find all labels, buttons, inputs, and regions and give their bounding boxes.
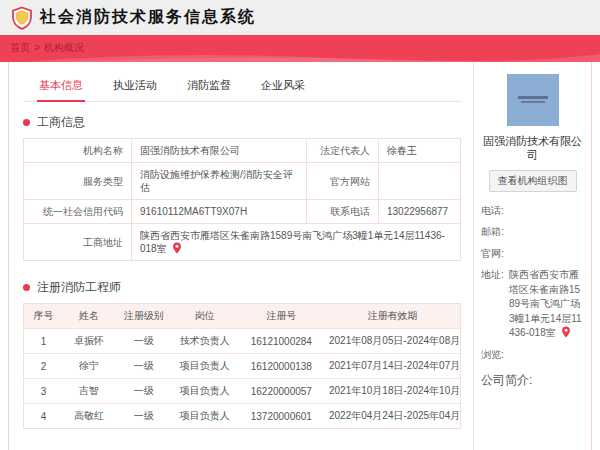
table-row: 1卓振怀一级技术负责人161210002842021年08月05日-2024年0… (24, 329, 461, 354)
field-label: 机构名称 (24, 139, 132, 163)
table-cell: 一级 (115, 329, 172, 354)
sidebar-info-list: 电话:邮箱:官网:地址:陕西省西安市雁塔区朱雀南路1589号南飞鸿广场3幢1单元… (481, 204, 584, 363)
table-cell: 徐宁 (63, 354, 115, 379)
sidebar-info-label: 官网: (481, 247, 509, 262)
field-value: 91610112MA6TT9X07H (132, 200, 307, 224)
table-cell: 1 (24, 329, 63, 354)
field-value: 13022956877 (379, 200, 461, 224)
table-cell: 技术负责人 (172, 329, 238, 354)
field-value (379, 163, 461, 200)
field-value: 徐春王 (379, 139, 461, 163)
table-row: 3吉智一级项目负责人162200000572021年10月18日-2024年10… (24, 379, 461, 404)
column-header: 注册号 (238, 304, 325, 329)
info-row: 统一社会信用代码91610112MA6TT9X07H联系电话1302295687… (24, 200, 461, 224)
column-header: 注册级别 (115, 304, 172, 329)
section-bullet-icon (23, 119, 30, 126)
field-label: 法定代表人 (307, 139, 379, 163)
section-bullet-icon (23, 284, 30, 291)
table-cell: 16121000284 (238, 329, 325, 354)
table-cell: 项目负责人 (172, 404, 238, 429)
app-title: 社会消防技术服务信息系统 (40, 7, 256, 28)
field-label: 官方网站 (307, 163, 379, 200)
table-cell: 项目负责人 (172, 379, 238, 404)
info-row: 服务类型消防设施维护保养检测/消防安全评估官方网站 (24, 163, 461, 200)
sidebar-info-label: 邮箱: (481, 225, 509, 240)
section-title-engineers: 注册消防工程师 (23, 279, 461, 296)
app-header: 社会消防技术服务信息系统 (0, 0, 600, 35)
table-cell: 16220000057 (238, 379, 325, 404)
sidebar-info-value: 陕西省西安市雁塔区朱雀南路1589号南飞鸿广场3幢1单元14层11436-018… (509, 268, 584, 341)
sidebar-info-row: 电话: (481, 204, 584, 219)
table-cell: 吉智 (63, 379, 115, 404)
table-cell: 2022年04月24日-2025年04月24日 (325, 404, 461, 429)
table-row: 4高敬红一级项目负责人137200006012022年04月24日-2025年0… (24, 404, 461, 429)
tab-item[interactable]: 执业活动 (111, 72, 159, 101)
column-header: 注册有效期 (325, 304, 461, 329)
table-cell: 卓振怀 (63, 329, 115, 354)
column-header: 姓名 (63, 304, 115, 329)
table-cell: 一级 (115, 379, 172, 404)
table-cell: 2 (24, 354, 63, 379)
sidebar-info-label: 地址: (481, 268, 509, 341)
sidebar-info-value (509, 225, 584, 240)
main-card: 基本信息执业活动消防监督企业风采 工商信息 机构名称固强消防技术有限公司法定代表… (8, 62, 592, 450)
field-label: 服务类型 (24, 163, 132, 200)
field-value: 陕西省西安市雁塔区朱雀南路1589号南飞鸿广场3幢1单元14层11436-018… (132, 224, 461, 261)
engineers-table: 序号姓名注册级别岗位注册号注册有效期 1卓振怀一级技术负责人1612100028… (23, 303, 461, 429)
sidebar-info-value (509, 348, 584, 363)
tab-item[interactable]: 企业风采 (259, 72, 307, 101)
section-title-business-info: 工商信息 (23, 114, 461, 131)
breadcrumb-home-link[interactable]: 首页 (10, 42, 30, 53)
table-row: 2徐宁一级项目负责人161200001382021年07月14日-2024年07… (24, 354, 461, 379)
table-cell: 3 (24, 379, 63, 404)
sidebar-info-row: 邮箱: (481, 225, 584, 240)
table-header-row: 序号姓名注册级别岗位注册号注册有效期 (24, 304, 461, 329)
column-header: 序号 (24, 304, 63, 329)
info-row: 工商地址陕西省西安市雁塔区朱雀南路1589号南飞鸿广场3幢1单元14层11436… (24, 224, 461, 261)
table-cell: 高敬红 (63, 404, 115, 429)
business-info-table: 机构名称固强消防技术有限公司法定代表人徐春王服务类型消防设施维护保养检测/消防安… (23, 138, 461, 261)
column-header: 岗位 (172, 304, 238, 329)
location-pin-icon[interactable] (561, 326, 571, 338)
sidebar-info-row: 官网: (481, 247, 584, 262)
company-sidebar: 固强消防技术有限公司 查看机构组织图 电话:邮箱:官网:地址:陕西省西安市雁塔区… (473, 62, 591, 450)
breadcrumb-band: 首页>机构概况 (0, 35, 600, 62)
tab-bar: 基本信息执业活动消防监督企业风采 (23, 70, 461, 102)
table-cell: 一级 (115, 404, 172, 429)
sidebar-info-label: 浏览: (481, 348, 509, 363)
tab-active[interactable]: 基本信息 (37, 72, 85, 102)
breadcrumb: 首页>机构概况 (0, 35, 600, 55)
content-area: 基本信息执业活动消防监督企业风采 工商信息 机构名称固强消防技术有限公司法定代表… (9, 62, 473, 450)
company-name: 固强消防技术有限公司 (481, 134, 584, 163)
sidebar-info-label: 电话: (481, 204, 509, 219)
table-cell: 2021年07月14日-2024年07月14日 (325, 354, 461, 379)
table-cell: 2021年08月05日-2024年08月05日 (325, 329, 461, 354)
sidebar-info-row: 浏览: (481, 348, 584, 363)
table-cell: 一级 (115, 354, 172, 379)
logo-watermark (518, 95, 548, 105)
sidebar-info-row: 地址:陕西省西安市雁塔区朱雀南路1589号南飞鸿广场3幢1单元14层11436-… (481, 268, 584, 341)
field-value: 固强消防技术有限公司 (132, 139, 307, 163)
location-pin-icon[interactable] (172, 242, 182, 254)
fire-shield-logo-icon (10, 6, 34, 30)
tab-item[interactable]: 消防监督 (185, 72, 233, 101)
table-cell: 4 (24, 404, 63, 429)
field-value: 消防设施维护保养检测/消防安全评估 (132, 163, 307, 200)
table-cell: 2021年10月18日-2024年10月18日 (325, 379, 461, 404)
table-cell: 13720000601 (238, 404, 325, 429)
company-intro-label: 公司简介: (481, 372, 584, 389)
company-logo (507, 74, 559, 126)
field-label: 统一社会信用代码 (24, 200, 132, 224)
field-label: 联系电话 (307, 200, 379, 224)
table-cell: 16120000138 (238, 354, 325, 379)
breadcrumb-current: 机构概况 (44, 42, 84, 53)
info-row: 机构名称固强消防技术有限公司法定代表人徐春王 (24, 139, 461, 163)
sidebar-info-value (509, 247, 584, 262)
view-org-chart-button[interactable]: 查看机构组织图 (489, 170, 577, 192)
field-label: 工商地址 (24, 224, 132, 261)
breadcrumb-separator: > (34, 42, 40, 53)
table-cell: 项目负责人 (172, 354, 238, 379)
sidebar-info-value (509, 204, 584, 219)
